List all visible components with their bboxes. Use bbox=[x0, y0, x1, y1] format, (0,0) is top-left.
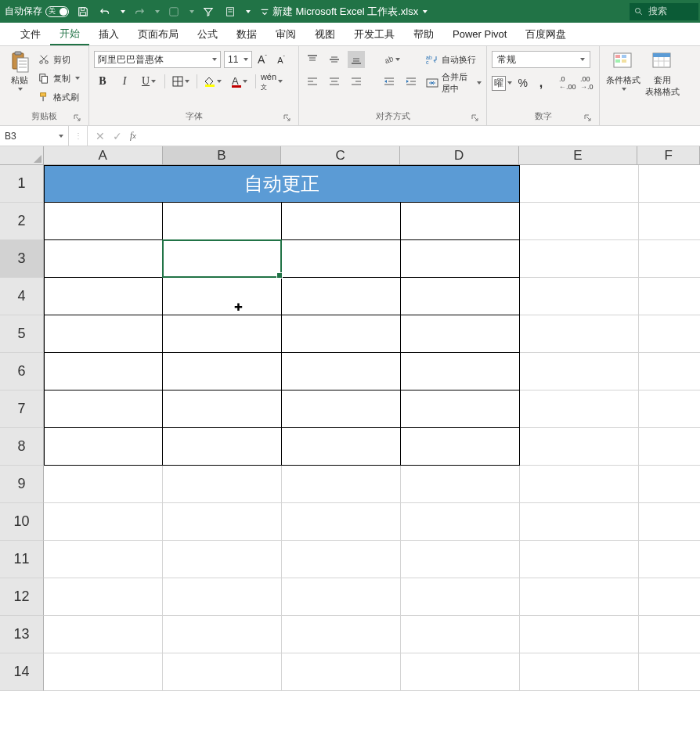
cell[interactable] bbox=[401, 466, 520, 503]
redo-button[interactable] bbox=[132, 4, 147, 20]
font-color-button[interactable]: A bbox=[229, 73, 251, 90]
cell[interactable] bbox=[401, 390, 520, 428]
paste-button[interactable]: 粘贴 bbox=[5, 49, 34, 91]
comma-style-button[interactable]: , bbox=[533, 74, 548, 92]
format-as-table-button[interactable]: 套用 表格格式 bbox=[647, 49, 678, 98]
cell[interactable] bbox=[520, 315, 639, 353]
cell[interactable] bbox=[639, 353, 700, 390]
increase-indent-button[interactable] bbox=[402, 73, 420, 90]
tab-view[interactable]: 视图 bbox=[305, 23, 345, 45]
cell[interactable] bbox=[282, 578, 401, 616]
cell[interactable] bbox=[520, 165, 639, 203]
tab-review[interactable]: 审阅 bbox=[266, 23, 305, 45]
cell[interactable] bbox=[401, 503, 520, 541]
cell[interactable] bbox=[44, 503, 163, 541]
font-size-select[interactable]: 11 bbox=[224, 51, 252, 68]
search-input[interactable]: 搜索 bbox=[630, 3, 698, 20]
formula-input[interactable] bbox=[144, 126, 700, 146]
chevron-down-icon[interactable] bbox=[59, 135, 63, 138]
cell[interactable] bbox=[282, 428, 401, 466]
cell[interactable] bbox=[639, 203, 700, 240]
cell[interactable] bbox=[520, 653, 639, 691]
cell[interactable] bbox=[282, 353, 401, 390]
cell[interactable] bbox=[44, 653, 163, 691]
cell[interactable] bbox=[520, 428, 639, 466]
cell[interactable] bbox=[44, 240, 163, 278]
name-box[interactable]: B3 bbox=[0, 126, 69, 146]
row-header[interactable]: 3 bbox=[0, 240, 44, 278]
cell[interactable] bbox=[163, 503, 282, 541]
cell[interactable] bbox=[282, 390, 401, 428]
cell[interactable] bbox=[163, 428, 282, 466]
cell[interactable] bbox=[520, 466, 639, 503]
tab-page-layout[interactable]: 页面布局 bbox=[128, 23, 188, 45]
align-left-button[interactable] bbox=[304, 73, 321, 90]
cell[interactable] bbox=[282, 616, 401, 653]
cell[interactable] bbox=[282, 278, 401, 315]
tab-file[interactable]: 文件 bbox=[11, 23, 50, 45]
cell[interactable] bbox=[520, 278, 639, 315]
undo-button[interactable] bbox=[97, 4, 113, 20]
cell[interactable] bbox=[282, 541, 401, 578]
cell[interactable] bbox=[401, 616, 520, 653]
tab-developer[interactable]: 开发工具 bbox=[345, 23, 404, 45]
row-header[interactable]: 5 bbox=[0, 315, 44, 353]
dialog-launcher-icon[interactable] bbox=[471, 113, 480, 123]
tab-baidu-netdisk[interactable]: 百度网盘 bbox=[516, 23, 576, 45]
row-header[interactable]: 10 bbox=[0, 503, 44, 541]
cell[interactable] bbox=[163, 578, 282, 616]
cell[interactable] bbox=[401, 353, 520, 390]
cell[interactable] bbox=[282, 466, 401, 503]
cell[interactable] bbox=[44, 315, 163, 353]
cell[interactable] bbox=[520, 503, 639, 541]
column-header[interactable]: A bbox=[44, 146, 163, 164]
cell[interactable] bbox=[44, 541, 163, 578]
merged-title-cell[interactable]: 自动更正 bbox=[44, 165, 520, 203]
cell[interactable] bbox=[44, 616, 163, 653]
cell[interactable] bbox=[163, 390, 282, 428]
touch-mode-dropdown-icon[interactable] bbox=[189, 10, 194, 13]
cell[interactable] bbox=[401, 240, 520, 278]
cell[interactable] bbox=[44, 578, 163, 616]
decrease-indent-button[interactable] bbox=[381, 73, 398, 90]
cell[interactable] bbox=[639, 578, 700, 616]
cell[interactable] bbox=[520, 240, 639, 278]
dialog-launcher-icon[interactable] bbox=[583, 113, 593, 123]
cut-button[interactable]: 剪切 bbox=[38, 51, 80, 68]
filter-button[interactable] bbox=[200, 4, 216, 20]
align-right-button[interactable] bbox=[348, 73, 365, 90]
tab-formulas[interactable]: 公式 bbox=[188, 23, 227, 45]
row-header[interactable]: 14 bbox=[0, 653, 44, 691]
column-header[interactable]: B bbox=[163, 146, 282, 164]
cell[interactable] bbox=[163, 616, 282, 653]
accounting-format-button[interactable]: 曜 bbox=[492, 74, 512, 92]
select-all-corner[interactable] bbox=[0, 146, 44, 164]
cell[interactable] bbox=[44, 353, 163, 390]
cell[interactable] bbox=[639, 503, 700, 541]
cell[interactable] bbox=[520, 390, 639, 428]
row-header[interactable]: 6 bbox=[0, 353, 44, 390]
cell[interactable] bbox=[401, 278, 520, 315]
save-button[interactable] bbox=[75, 4, 91, 20]
cell[interactable] bbox=[401, 578, 520, 616]
increase-decimal-button[interactable]: .0←.00 bbox=[559, 74, 576, 92]
cell[interactable] bbox=[282, 315, 401, 353]
align-top-button[interactable] bbox=[304, 51, 321, 68]
row-header[interactable]: 13 bbox=[0, 616, 44, 653]
cell[interactable] bbox=[639, 390, 700, 428]
customize-qat-button[interactable] bbox=[257, 4, 272, 20]
cell[interactable] bbox=[401, 315, 520, 353]
cell[interactable] bbox=[401, 428, 520, 466]
cell[interactable] bbox=[401, 203, 520, 240]
percent-button[interactable]: % bbox=[515, 74, 530, 92]
cell[interactable] bbox=[401, 653, 520, 691]
cell[interactable] bbox=[163, 353, 282, 390]
column-header[interactable]: C bbox=[281, 146, 400, 164]
cell[interactable] bbox=[282, 653, 401, 691]
cell[interactable] bbox=[401, 541, 520, 578]
orientation-button[interactable]: ab bbox=[381, 51, 402, 68]
format-painter-button[interactable]: 格式刷 bbox=[38, 88, 80, 106]
cell[interactable] bbox=[520, 578, 639, 616]
cell[interactable] bbox=[639, 653, 700, 691]
autosave-toggle[interactable]: 自动保存 关 bbox=[5, 5, 69, 18]
